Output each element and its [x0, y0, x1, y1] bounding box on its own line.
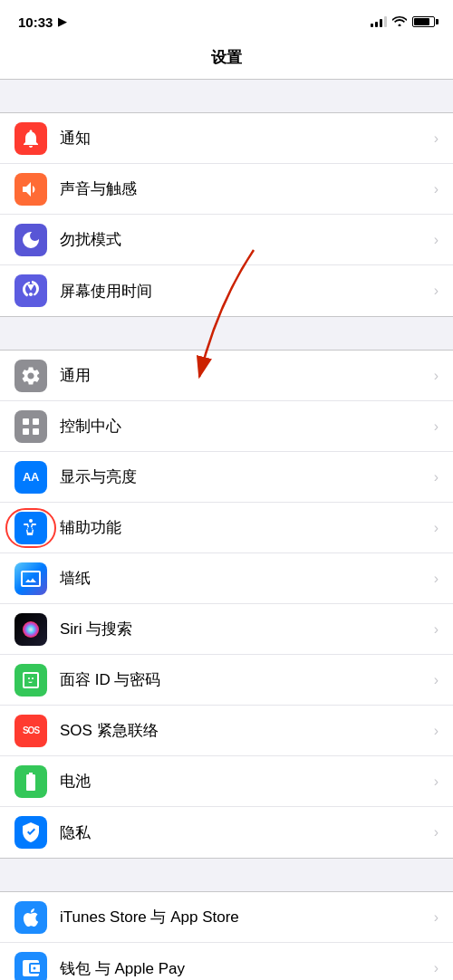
row-faceid[interactable]: 面容 ID 与密码 › [0, 655, 453, 706]
nav-header: 设置 [0, 40, 453, 80]
row-display[interactable]: AA 显示与亮度 › [0, 452, 453, 503]
page-title: 设置 [211, 49, 242, 66]
battery-chevron: › [434, 773, 439, 790]
screentime-icon [14, 274, 47, 307]
accessibility-chevron: › [434, 520, 439, 536]
row-accessibility[interactable]: 辅助功能 › [0, 503, 453, 553]
svg-rect-3 [23, 428, 29, 435]
general-label: 通用 [60, 365, 427, 386]
section-1: 通知 › 声音与触感 › 勿扰模式 › [0, 112, 453, 317]
display-chevron: › [434, 469, 439, 485]
general-icon [14, 360, 47, 392]
dnd-label: 勿扰模式 [60, 229, 427, 250]
sos-icon: SOS [14, 715, 47, 747]
siri-chevron: › [434, 621, 439, 638]
section-2: 通用 › 控制中心 › AA 显示与 [0, 350, 453, 859]
row-sos[interactable]: SOS SOS 紧急联络 › [0, 706, 453, 756]
controlcenter-icon [14, 410, 47, 443]
wallet-chevron: › [434, 960, 439, 976]
status-icons [371, 15, 435, 29]
display-icon: AA [14, 461, 47, 494]
wallpaper-chevron: › [434, 571, 439, 587]
battery-settings-icon [14, 765, 47, 798]
faceid-chevron: › [434, 672, 439, 688]
row-siri[interactable]: Siri 与搜索 › [0, 604, 453, 655]
notifications-label: 通知 [60, 128, 427, 149]
accessibility-label: 辅助功能 [60, 517, 427, 538]
notifications-chevron: › [434, 130, 439, 147]
row-screentime[interactable]: 屏幕使用时间 › [0, 265, 453, 316]
svg-rect-2 [33, 418, 39, 425]
privacy-chevron: › [434, 824, 439, 841]
privacy-label: 隐私 [60, 822, 427, 843]
controlcenter-label: 控制中心 [60, 416, 427, 437]
wallpaper-label: 墙纸 [60, 568, 427, 589]
row-wallpaper[interactable]: 墙纸 › [0, 553, 453, 604]
row-notifications[interactable]: 通知 › [0, 113, 453, 164]
dnd-icon [14, 224, 47, 256]
sos-label: SOS 紧急联络 [60, 720, 427, 741]
screentime-label: 屏幕使用时间 [60, 281, 427, 302]
location-icon: ▶ [58, 15, 66, 28]
faceid-icon [14, 664, 47, 697]
display-label: 显示与亮度 [60, 466, 427, 487]
general-chevron: › [434, 368, 439, 384]
status-bar: 10:33 ▶ [0, 0, 453, 40]
siri-label: Siri 与搜索 [60, 619, 427, 639]
wallet-icon [14, 952, 47, 980]
siri-icon [14, 613, 47, 646]
signal-icon [371, 16, 387, 27]
itunes-label: iTunes Store 与 App Store [60, 907, 427, 927]
section-3: iTunes Store 与 App Store › 钱包 与 Apple Pa… [0, 891, 453, 980]
row-dnd[interactable]: 勿扰模式 › [0, 215, 453, 265]
screentime-chevron: › [434, 283, 439, 299]
sound-label: 声音与触感 [60, 178, 427, 199]
wifi-icon [392, 15, 407, 29]
battery-icon [412, 16, 435, 27]
notifications-icon [14, 122, 47, 155]
row-itunes[interactable]: iTunes Store 与 App Store › [0, 892, 453, 943]
row-battery[interactable]: 电池 › [0, 756, 453, 807]
itunes-icon [14, 901, 47, 934]
svg-rect-1 [23, 418, 29, 425]
row-controlcenter[interactable]: 控制中心 › [0, 401, 453, 452]
sound-icon [14, 173, 47, 206]
row-general[interactable]: 通用 › [0, 351, 453, 401]
svg-point-6 [23, 621, 39, 638]
status-time: 10:33 ▶ [18, 14, 66, 30]
accessibility-icon [14, 512, 47, 544]
battery-label: 电池 [60, 771, 427, 792]
sos-chevron: › [434, 723, 439, 739]
row-privacy[interactable]: 隐私 › [0, 807, 453, 858]
svg-point-5 [29, 519, 33, 523]
wallet-label: 钱包 与 Apple Pay [60, 958, 427, 979]
itunes-chevron: › [434, 909, 439, 926]
controlcenter-chevron: › [434, 418, 439, 435]
svg-rect-4 [33, 428, 39, 435]
row-sound[interactable]: 声音与触感 › [0, 164, 453, 215]
privacy-icon [14, 816, 47, 849]
sound-chevron: › [434, 181, 439, 197]
row-wallet[interactable]: 钱包 与 Apple Pay › [0, 943, 453, 980]
dnd-chevron: › [434, 232, 439, 248]
wallpaper-icon [14, 562, 47, 595]
faceid-label: 面容 ID 与密码 [60, 669, 427, 690]
